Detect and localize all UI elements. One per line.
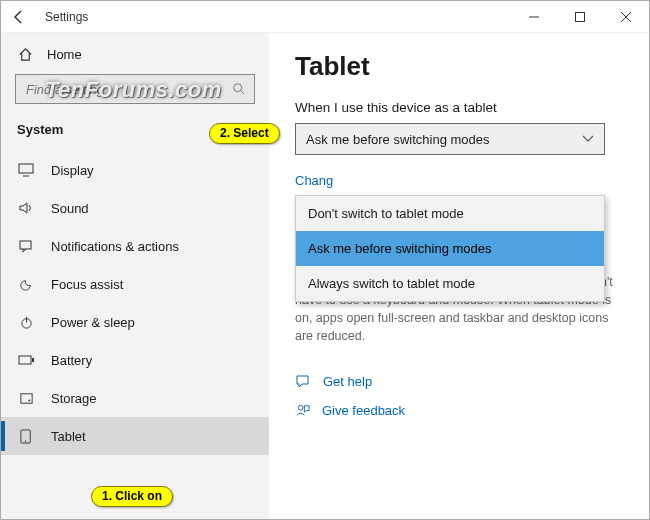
titlebar: Settings [1, 1, 649, 33]
sidebar-item-home[interactable]: Home [1, 39, 269, 70]
home-icon [17, 47, 33, 62]
help-icon [295, 374, 311, 389]
tablet-icon [17, 429, 35, 444]
close-button[interactable] [603, 1, 649, 33]
chevron-down-icon [582, 135, 594, 143]
dropdown-option[interactable]: Ask me before switching modes [296, 231, 604, 266]
svg-rect-12 [32, 358, 34, 362]
home-label: Home [47, 47, 82, 62]
tablet-mode-dropdown-list: Don't switch to tablet mode Ask me befor… [295, 195, 605, 302]
svg-rect-13 [20, 393, 31, 402]
search-icon [232, 82, 246, 96]
window-title: Settings [45, 10, 88, 24]
get-help-link[interactable]: Get help [295, 374, 623, 389]
svg-line-5 [241, 91, 245, 95]
feedback-icon [295, 403, 310, 418]
dropdown-option[interactable]: Always switch to tablet mode [296, 266, 604, 301]
page-title: Tablet [295, 51, 623, 82]
settings-window: Settings Home [0, 0, 650, 520]
display-icon [17, 163, 35, 177]
annotation-step1: 1. Click on [91, 486, 173, 507]
svg-rect-8 [20, 241, 31, 249]
svg-rect-1 [576, 12, 585, 21]
focus-assist-icon [17, 277, 35, 292]
sidebar-item-notifications[interactable]: Notifications & actions [1, 227, 269, 265]
sidebar-item-storage[interactable]: Storage [1, 379, 269, 417]
minimize-button[interactable] [511, 1, 557, 33]
tablet-mode-label: When I use this device as a tablet [295, 100, 623, 115]
search-box[interactable] [15, 74, 255, 104]
storage-icon [17, 391, 35, 406]
content-pane: Tablet When I use this device as a table… [269, 33, 649, 519]
sidebar-item-power-sleep[interactable]: Power & sleep [1, 303, 269, 341]
dropdown-value: Ask me before switching modes [306, 132, 490, 147]
sidebar-item-battery[interactable]: Battery [1, 341, 269, 379]
battery-icon [17, 354, 35, 366]
annotation-step2: 2. Select [209, 123, 280, 144]
sound-icon [17, 201, 35, 215]
tablet-mode-dropdown[interactable]: Ask me before switching modes [295, 123, 605, 155]
maximize-button[interactable] [557, 1, 603, 33]
svg-point-17 [298, 405, 303, 410]
power-icon [17, 315, 35, 330]
dropdown-option[interactable]: Don't switch to tablet mode [296, 196, 604, 231]
change-settings-link[interactable]: Chang [295, 173, 623, 188]
svg-point-4 [234, 84, 242, 92]
sidebar-item-focus-assist[interactable]: Focus assist [1, 265, 269, 303]
back-button[interactable] [11, 9, 31, 25]
notifications-icon [17, 239, 35, 253]
sidebar-item-display[interactable]: Display [1, 151, 269, 189]
window-controls [511, 1, 649, 33]
sidebar-item-sound[interactable]: Sound [1, 189, 269, 227]
svg-rect-6 [19, 164, 33, 173]
svg-point-14 [28, 399, 30, 401]
sidebar: Home System Display Sound [1, 33, 269, 519]
give-feedback-link[interactable]: Give feedback [295, 403, 623, 418]
svg-rect-11 [19, 356, 31, 364]
svg-point-16 [24, 440, 26, 442]
search-input[interactable] [24, 81, 232, 98]
sidebar-item-tablet[interactable]: Tablet [1, 417, 269, 455]
